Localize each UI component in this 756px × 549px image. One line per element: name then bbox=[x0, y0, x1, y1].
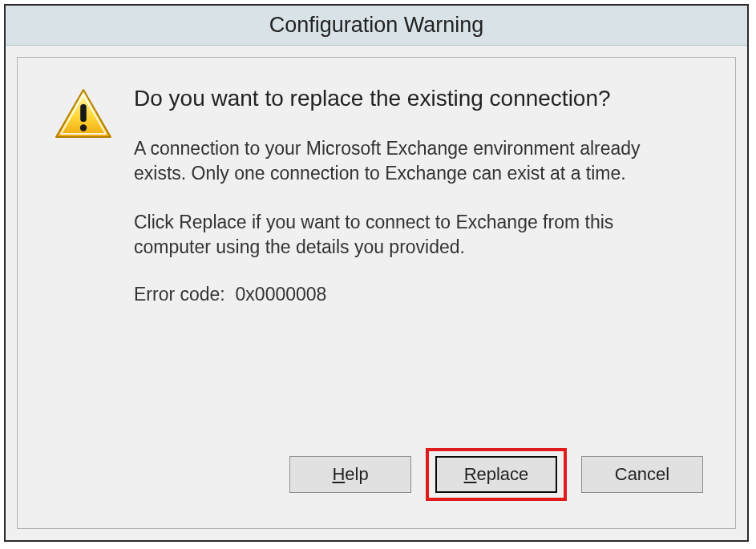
dialog-window: Configuration Warning bbox=[4, 4, 749, 542]
cancel-button[interactable]: Cancel bbox=[581, 456, 703, 493]
replace-button-rest: eplace bbox=[477, 464, 529, 484]
help-button-rest: elp bbox=[345, 464, 368, 484]
dialog-paragraph-1: A connection to your Microsoft Exchange … bbox=[134, 136, 695, 186]
icon-column bbox=[50, 83, 130, 432]
dialog-paragraph-2: Click Replace if you want to connect to … bbox=[134, 210, 695, 260]
cancel-button-label: Cancel bbox=[615, 464, 669, 485]
error-label: Error code: bbox=[134, 284, 225, 305]
svg-rect-2 bbox=[80, 104, 87, 122]
dialog-error-line: Error code: 0x0000008 bbox=[134, 284, 695, 305]
help-button[interactable]: Help bbox=[289, 456, 411, 493]
svg-point-3 bbox=[80, 124, 87, 131]
dialog-button-row: Help Replace Cancel bbox=[18, 448, 735, 528]
default-button-highlight: Replace bbox=[426, 448, 567, 501]
dialog-heading: Do you want to replace the existing conn… bbox=[134, 83, 695, 114]
dialog-content-frame: Do you want to replace the existing conn… bbox=[17, 57, 736, 529]
text-column: Do you want to replace the existing conn… bbox=[130, 83, 703, 432]
replace-button[interactable]: Replace bbox=[435, 456, 557, 493]
dialog-title: Configuration Warning bbox=[269, 13, 484, 38]
dialog-body: Do you want to replace the existing conn… bbox=[18, 58, 735, 448]
title-bar: Configuration Warning bbox=[6, 6, 747, 46]
error-code: 0x0000008 bbox=[236, 284, 327, 305]
warning-icon bbox=[54, 129, 113, 143]
